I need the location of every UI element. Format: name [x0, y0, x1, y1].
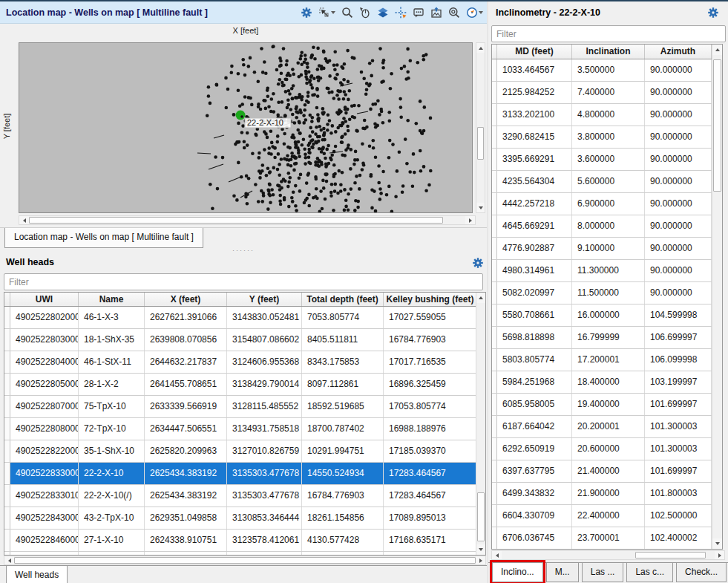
column-header-inclination[interactable]: Inclination	[572, 45, 645, 59]
tab-location-map[interactable]: Location map - Wells on map [ Multiline …	[4, 228, 203, 248]
table-row[interactable]: 4235.5643045.60000090.000000	[492, 171, 722, 193]
table-row[interactable]: 4902522807000075-TpX-102633339.566919312…	[4, 396, 485, 418]
table-row[interactable]: 4902522833000022-2-X-102625434.383192313…	[4, 463, 485, 485]
table-row[interactable]: 6397.63779521.400000101.699997	[492, 460, 722, 483]
table-row[interactable]: 4902522843000043-2-TpX-102629351.0498583…	[4, 507, 485, 530]
column-header-azimuth[interactable]: Azimuth	[645, 45, 712, 59]
column-header-md[interactable]: MD (feet)	[497, 45, 572, 59]
scroll-thumb[interactable]	[14, 557, 476, 564]
table-row[interactable]: 6085.95800519.400000101.699997	[492, 394, 722, 416]
column-header-kelley-bushing[interactable]: Kelley bushing (feet)	[384, 293, 477, 306]
table-row[interactable]: 4902522804000046-1-StX-112644632.2178373…	[4, 351, 485, 374]
table-row[interactable]: 5580.70866116.000000104.599998	[492, 304, 722, 327]
scroll-right-button[interactable]	[476, 556, 485, 564]
settings-gear-icon[interactable]	[300, 7, 312, 19]
cell: 9.100000	[572, 238, 645, 259]
scroll-up-button[interactable]	[712, 45, 722, 55]
table-row[interactable]: 5698.81889816.799999106.699997	[492, 327, 722, 349]
snap-crosshair-icon[interactable]	[394, 7, 407, 19]
tab-m[interactable]: M...	[546, 563, 579, 582]
row-header-strip	[492, 126, 497, 148]
table-row[interactable]: 6499.34383221.900000101.800003	[492, 483, 722, 505]
cell: 3135303.477678	[227, 485, 302, 507]
well-heads-vertical-scrollbar[interactable]	[476, 293, 485, 555]
panel-splitter-handle[interactable]: ······	[0, 247, 487, 255]
scroll-thumb[interactable]	[477, 127, 484, 160]
table-row[interactable]: 5803.80577417.200001106.099998	[492, 349, 722, 371]
table-row[interactable]: 6706.03674523.700001102.400002	[492, 527, 722, 550]
mouse-select-icon[interactable]	[358, 7, 371, 19]
table-row[interactable]: 4902522803000018-1-ShX-352639808.0708563…	[4, 329, 485, 351]
table-row[interactable]: 5984.25196818.400000103.199997	[492, 371, 722, 394]
table-row[interactable]: 4902522822000035-1-ShX-102625820.2099633…	[4, 440, 485, 463]
table-row[interactable]: 4645.6692918.00000090.000000	[492, 215, 722, 238]
column-header-name[interactable]: Name	[79, 293, 145, 306]
table-row[interactable]: 4902522802000046-1-X-32627621.3910663143…	[4, 307, 485, 329]
well-heads-horizontal-scrollbar[interactable]	[4, 556, 486, 565]
table-row[interactable]: 6292.65091920.600000101.300003	[492, 438, 722, 460]
table-row[interactable]: 4902522846000027-1-X-102624338.910751312…	[4, 530, 485, 552]
table-row[interactable]: 3290.6824153.80000090.000000	[492, 126, 722, 149]
scroll-down-button[interactable]	[476, 544, 485, 555]
scroll-up-button[interactable]	[476, 43, 485, 53]
export-image-icon[interactable]	[430, 7, 442, 19]
table-row[interactable]: 1033.4645673.50000090.000000	[492, 59, 722, 82]
layers-icon[interactable]	[376, 7, 389, 19]
table-row[interactable]: 4902522805000028-1-X-22641455.7086513138…	[4, 374, 485, 396]
location-map-header: Location map - Wells on map [ Multiline …	[0, 1, 487, 24]
column-header-x[interactable]: X (feet)	[145, 293, 227, 306]
inclinometry-horizontal-scrollbar[interactable]	[491, 550, 725, 560]
scroll-left-button[interactable]	[492, 551, 502, 559]
scroll-thumb[interactable]	[635, 552, 706, 558]
scroll-up-button[interactable]	[476, 293, 485, 303]
inclinometry-filter-input[interactable]	[491, 25, 726, 42]
table-row[interactable]: 4902522833010022-2-X-10(/)2625434.383192…	[4, 485, 485, 507]
table-row[interactable]: 3133.2021004.80000090.000000	[492, 104, 722, 126]
table-row[interactable]: 5082.02099711.50000090.000000	[492, 282, 722, 304]
table-row[interactable]: 3395.6692913.60000090.000000	[492, 149, 722, 171]
table-row[interactable]: 4980.31496111.30000090.000000	[492, 260, 722, 282]
select-mode-icon[interactable]	[318, 7, 335, 19]
tab-check[interactable]: Check...	[676, 563, 727, 582]
comment-icon[interactable]	[412, 7, 424, 19]
scroll-left-button[interactable]	[4, 556, 14, 564]
scroll-thumb[interactable]	[713, 59, 721, 192]
compass-icon[interactable]	[465, 7, 483, 19]
map-plot[interactable]: 22-2-X-10	[19, 42, 473, 213]
map-vertical-scrollbar[interactable]	[476, 42, 485, 213]
well-heads-filter-input[interactable]	[4, 273, 483, 290]
scroll-right-button[interactable]	[715, 551, 724, 559]
row-header-strip	[4, 396, 10, 417]
tab-las[interactable]: Las ...	[582, 563, 624, 582]
scroll-left-button[interactable]	[19, 216, 29, 224]
cell: 3133.202100	[497, 104, 572, 126]
tab-well-heads[interactable]: Well heads	[6, 566, 68, 583]
table-row[interactable]: 2125.9842527.40000090.000000	[492, 82, 722, 104]
column-header-y[interactable]: Y (feet)	[227, 293, 302, 306]
column-header-uwi[interactable]: UWI	[10, 293, 79, 306]
column-header-total-depth[interactable]: Total depth (feet)	[302, 293, 384, 306]
row-header-strip	[492, 438, 497, 460]
scroll-down-button[interactable]	[712, 538, 722, 549]
zoom-icon[interactable]	[341, 7, 353, 19]
tab-lasc[interactable]: Las c...	[626, 563, 673, 582]
settings-gear-icon[interactable]	[472, 257, 484, 269]
scroll-down-button[interactable]	[476, 203, 485, 212]
cell: 28-1-X-2	[79, 374, 145, 395]
map-horizontal-scrollbar[interactable]	[19, 215, 476, 225]
cell: 18.400000	[572, 371, 645, 393]
table-row[interactable]: 4902522808000072-TpX-102634447.506551313…	[4, 418, 485, 440]
table-row[interactable]: 4776.9028879.10000090.000000	[492, 238, 722, 260]
settings-gear-icon[interactable]	[707, 7, 719, 19]
scroll-thumb[interactable]	[477, 492, 485, 541]
table-row[interactable]: 6604.33070922.400000102.500000	[492, 505, 722, 527]
scroll-thumb[interactable]	[29, 217, 443, 224]
table-row[interactable]: 6187.66404220.200001101.300003	[492, 416, 722, 438]
tab-inclino[interactable]: Inclino...	[492, 563, 543, 582]
cell: 49025228070000	[10, 396, 79, 417]
scroll-right-button[interactable]	[465, 216, 475, 224]
zoom-actual-icon[interactable]	[447, 7, 460, 19]
table-row[interactable]: 4442.2572186.90000090.000000	[492, 193, 722, 215]
inclinometry-vertical-scrollbar[interactable]	[712, 45, 722, 549]
cell: 90.000000	[645, 149, 712, 170]
